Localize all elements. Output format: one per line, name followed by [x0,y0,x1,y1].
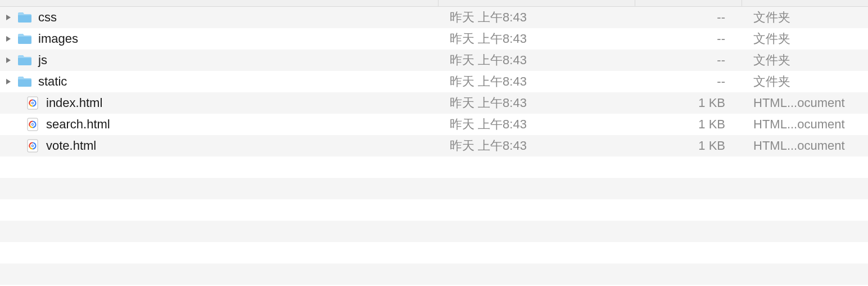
html-file-icon [25,138,40,154]
file-size: -- [635,7,742,28]
date-modified: 昨天 上午8:43 [438,28,635,50]
svg-point-11 [32,124,33,125]
svg-marker-0 [6,15,11,20]
file-row[interactable]: images 昨天 上午8:43 -- 文件夹 [0,28,868,50]
file-kind: 文件夹 [742,28,868,50]
disclosure-triangle-icon[interactable] [3,78,13,85]
file-name: css [38,10,57,25]
disclosure-triangle-icon[interactable] [3,14,13,21]
file-kind: 文件夹 [742,71,868,92]
file-size: -- [635,71,742,92]
folder-icon [17,10,33,25]
file-kind: 文件夹 [742,7,868,28]
file-size: 1 KB [635,114,742,135]
empty-row [0,199,868,221]
svg-point-15 [32,145,33,146]
file-row[interactable]: vote.html 昨天 上午8:43 1 KB HTML...ocument [0,135,868,157]
date-modified: 昨天 上午8:43 [438,114,635,135]
svg-point-7 [32,102,33,104]
file-name: vote.html [46,138,96,153]
file-row[interactable]: index.html 昨天 上午8:43 1 KB HTML...ocument [0,92,868,114]
empty-row [0,242,868,263]
file-name: index.html [46,96,102,110]
empty-row [0,263,868,285]
file-row[interactable]: static 昨天 上午8:43 -- 文件夹 [0,71,868,92]
date-modified: 昨天 上午8:43 [438,92,635,114]
empty-row [0,221,868,242]
file-size: 1 KB [635,92,742,114]
svg-marker-2 [6,57,11,63]
disclosure-triangle-icon[interactable] [3,35,13,42]
column-header-bar[interactable] [0,0,868,7]
file-kind: 文件夹 [742,50,868,71]
folder-icon [17,74,33,90]
folder-icon [17,31,33,47]
date-modified: 昨天 上午8:43 [438,50,635,71]
empty-row [0,157,868,178]
file-row[interactable]: css 昨天 上午8:43 -- 文件夹 [0,7,868,28]
svg-marker-1 [6,36,11,42]
file-row[interactable]: js 昨天 上午8:43 -- 文件夹 [0,50,868,71]
date-modified: 昨天 上午8:43 [438,135,635,157]
disclosure-triangle-icon[interactable] [3,57,13,64]
date-modified: 昨天 上午8:43 [438,7,635,28]
file-name: search.html [46,117,110,132]
file-size: -- [635,28,742,50]
file-row[interactable]: search.html 昨天 上午8:43 1 KB HTML...ocumen… [0,114,868,135]
html-file-icon [25,117,40,132]
file-kind: HTML...ocument [742,114,868,135]
file-size: 1 KB [635,135,742,157]
date-modified: 昨天 上午8:43 [438,71,635,92]
folder-icon [17,52,33,68]
file-size: -- [635,50,742,71]
html-file-icon [25,95,40,111]
file-name: js [38,53,47,68]
file-kind: HTML...ocument [742,92,868,114]
empty-row [0,178,868,199]
file-name: images [38,32,78,46]
svg-marker-3 [6,79,11,84]
file-name: static [38,74,67,89]
file-kind: HTML...ocument [742,135,868,157]
